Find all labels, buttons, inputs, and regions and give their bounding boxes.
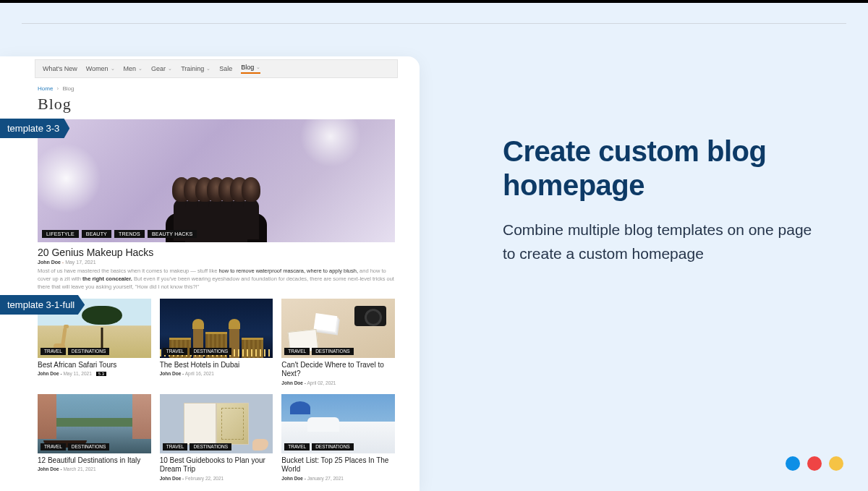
post-date: April 02, 2021 xyxy=(307,380,336,385)
tag-beauty[interactable]: BEAUTY xyxy=(82,230,111,238)
tag[interactable]: TRAVEL xyxy=(163,348,188,355)
post-meta: John Doe - March 21, 2021 xyxy=(38,466,151,471)
post-author[interactable]: John Doe xyxy=(281,380,303,385)
nav-item-men[interactable]: Men⌄ xyxy=(124,64,143,74)
tag[interactable]: DESTINATIONS xyxy=(190,443,231,451)
nav-item-whats-new[interactable]: What's New xyxy=(43,64,77,74)
post-meta: John Doe - April 02, 2021 xyxy=(281,380,395,385)
post-meta: John Doe - January 27, 2021 xyxy=(281,476,395,481)
hero-excerpt: Most of us have mastered the basics when… xyxy=(38,268,395,291)
breadcrumb: Home › Blog xyxy=(38,85,398,92)
chevron-right-icon: › xyxy=(57,85,59,92)
tag[interactable]: TRAVEL xyxy=(284,443,310,451)
tag[interactable]: TRAVEL xyxy=(163,443,188,451)
post-tags: TRAVELDESTINATIONS xyxy=(163,348,231,355)
post-date: January 27, 2021 xyxy=(307,476,344,481)
post-thumb: TRAVELDESTINATIONS xyxy=(281,394,395,453)
chevron-down-icon: ⌄ xyxy=(111,66,115,72)
post-author[interactable]: John Doe xyxy=(38,466,59,471)
tag[interactable]: DESTINATIONS xyxy=(68,348,110,355)
breadcrumb-home[interactable]: Home xyxy=(38,85,53,92)
post-meta: John Doe - February 22, 2021 xyxy=(160,476,273,481)
post-title[interactable]: 10 Best Guidebooks to Plan your Dream Tr… xyxy=(160,456,273,474)
post-tags: TRAVELDESTINATIONS xyxy=(41,443,109,451)
post-thumb: TRAVELDESTINATIONS xyxy=(160,394,273,453)
horizontal-divider xyxy=(22,23,846,24)
tag-beauty-hacks[interactable]: BEAUTY HACKS xyxy=(148,230,197,238)
template-label-3-3: template 3-3 xyxy=(0,119,69,138)
rating-badge: 5.3 xyxy=(96,372,106,376)
hero-image xyxy=(38,119,395,242)
post-date: February 22, 2021 xyxy=(185,476,224,481)
post-tags: TRAVELDESTINATIONS xyxy=(284,348,353,355)
tag[interactable]: TRAVEL xyxy=(41,348,66,355)
nav-item-blog[interactable]: Blog⌄ xyxy=(241,64,260,74)
post-title[interactable]: 12 Beautiful Destinations in Italy xyxy=(38,456,151,466)
marketing-headline: Create custom blog homepage xyxy=(503,135,814,202)
hero-author[interactable]: John Doe xyxy=(38,260,61,265)
page-top-border xyxy=(0,0,868,3)
tag[interactable]: DESTINATIONS xyxy=(68,443,110,451)
tag-lifestyle[interactable]: LIFESTYLE xyxy=(42,230,79,238)
post-tags: TRAVELDESTINATIONS xyxy=(163,443,231,451)
hero-post[interactable]: LIFESTYLE BEAUTY TRENDS BEAUTY HACKS xyxy=(38,119,395,242)
hero-tags: LIFESTYLE BEAUTY TRENDS BEAUTY HACKS xyxy=(42,230,197,238)
post-card[interactable]: TRAVELDESTINATIONS Bucket List: Top 25 P… xyxy=(281,394,395,481)
hero-post-meta: John Doe - May 17, 2021 xyxy=(38,260,395,265)
tag[interactable]: DESTINATIONS xyxy=(312,443,354,451)
post-meta: John Doe - April 16, 2021 xyxy=(160,371,273,376)
post-tags: TRAVELDESTINATIONS xyxy=(41,348,109,355)
post-title[interactable]: Best African Safari Tours xyxy=(38,361,151,370)
template-label-3-1-full: template 3-1-full xyxy=(0,295,85,315)
post-card[interactable]: TRAVELDESTINATIONS 10 Best Guidebooks to… xyxy=(160,394,273,481)
site-nav: What's New Women⌄ Men⌄ Gear⌄ Training⌄ S… xyxy=(35,59,398,78)
dot-blue-icon xyxy=(786,456,800,471)
post-card[interactable]: TRAVELDESTINATIONS Can't Decide Where to… xyxy=(281,299,395,385)
hero-post-title[interactable]: 20 Genius Makeup Hacks xyxy=(38,247,395,258)
post-card[interactable]: TRAVELDESTINATIONS 12 Beautiful Destinat… xyxy=(38,394,151,481)
post-thumb: TRAVELDESTINATIONS xyxy=(160,299,273,358)
dot-red-icon xyxy=(807,456,822,471)
breadcrumb-current: Blog xyxy=(62,85,74,92)
marketing-sub: Combine multiple blog templates on one p… xyxy=(503,218,814,265)
post-thumb: TRAVELDESTINATIONS xyxy=(38,394,151,453)
post-author[interactable]: John Doe xyxy=(38,371,59,376)
tag[interactable]: TRAVEL xyxy=(284,348,310,355)
dot-yellow-icon xyxy=(829,456,843,471)
tag[interactable]: DESTINATIONS xyxy=(312,348,354,355)
marketing-copy: Create custom blog homepage Combine mult… xyxy=(503,135,814,265)
post-title[interactable]: Bucket List: Top 25 Places In The World xyxy=(281,456,395,474)
decorative-dots xyxy=(786,456,843,471)
post-date: April 16, 2021 xyxy=(185,371,214,376)
page-title: Blog xyxy=(38,95,398,114)
tag[interactable]: TRAVEL xyxy=(41,443,66,451)
post-grid: TRAVELDESTINATIONS Best African Safari T… xyxy=(38,299,395,481)
tag-trends[interactable]: TRENDS xyxy=(114,230,145,238)
post-date: March 21, 2021 xyxy=(63,466,95,471)
post-date: May 11, 2021 xyxy=(63,371,91,376)
post-card[interactable]: TRAVELDESTINATIONS The Best Hotels in Du… xyxy=(160,299,273,385)
chevron-down-icon: ⌄ xyxy=(168,66,172,72)
hero-date: May 17, 2021 xyxy=(65,260,95,265)
nav-item-sale[interactable]: Sale xyxy=(219,64,232,74)
tag[interactable]: DESTINATIONS xyxy=(190,348,231,355)
post-author[interactable]: John Doe xyxy=(281,476,303,481)
nav-item-women[interactable]: Women⌄ xyxy=(86,64,115,74)
nav-item-training[interactable]: Training⌄ xyxy=(181,64,210,74)
post-title[interactable]: Can't Decide Where to Travel to Next? xyxy=(281,361,395,379)
post-meta: John Doe - May 11, 20215.3 xyxy=(38,371,151,376)
post-title[interactable]: The Best Hotels in Dubai xyxy=(160,361,273,370)
post-author[interactable]: John Doe xyxy=(160,476,182,481)
nav-item-gear[interactable]: Gear⌄ xyxy=(151,64,172,74)
post-author[interactable]: John Doe xyxy=(160,371,182,376)
post-thumb: TRAVELDESTINATIONS xyxy=(281,299,395,358)
chevron-down-icon: ⌄ xyxy=(206,66,210,72)
chevron-down-icon: ⌄ xyxy=(256,64,260,70)
post-tags: TRAVELDESTINATIONS xyxy=(284,443,353,451)
chevron-down-icon: ⌄ xyxy=(138,66,142,72)
